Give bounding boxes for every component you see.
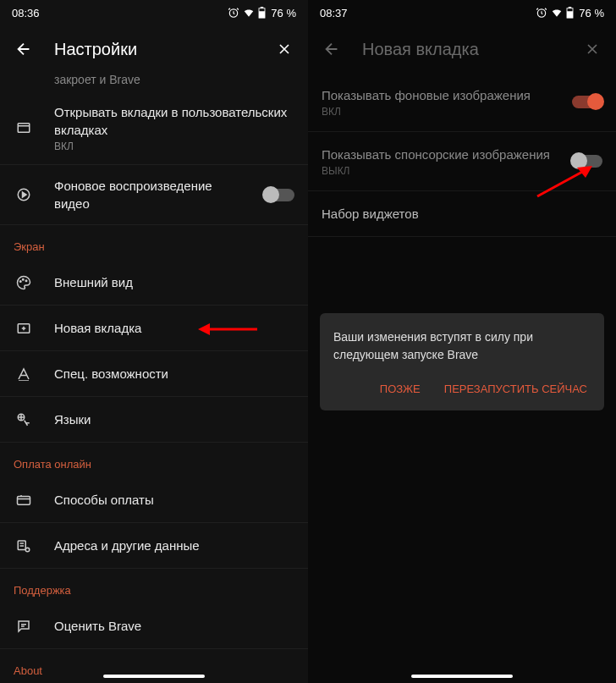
wifi-icon [243, 7, 255, 19]
nav-handle[interactable] [411, 675, 513, 678]
row-label: Фоновое воспроизведение видео [54, 177, 244, 212]
phone-right: 08:37 76 % Новая вкладка Показывать фоно… [308, 0, 616, 683]
section-about: About [0, 649, 308, 683]
section-screen: Экран [0, 225, 308, 260]
row-label: Адреса и другие данные [54, 537, 294, 554]
close-button[interactable] [274, 39, 294, 59]
row-label: Показывать фоновые изображения [322, 86, 552, 104]
truncated-text: закроет и Brave [0, 73, 308, 91]
new-tab-settings: Показывать фоновые изображения ВКЛ Показ… [308, 73, 616, 683]
page-title: Настройки [54, 40, 254, 59]
page-title: Новая вкладка [362, 40, 562, 59]
row-label: Спец. возможности [54, 365, 294, 383]
status-icons [536, 7, 574, 19]
status-icons [228, 7, 266, 19]
section-payment: Оплата онлайн [0, 443, 308, 477]
card-icon [14, 493, 34, 508]
nav-handle[interactable] [103, 675, 205, 678]
dialog-actions: ПОЗЖЕ ПЕРЕЗАПУСТИТЬ СЕЙЧАС [333, 376, 591, 402]
status-right: 76 % [536, 7, 604, 19]
row-payment-methods[interactable]: Способы оплаты [0, 477, 308, 523]
restart-button[interactable]: ПЕРЕЗАПУСТИТЬ СЕЙЧАС [441, 376, 591, 402]
palette-icon [14, 275, 34, 290]
back-button[interactable] [322, 39, 342, 59]
close-icon [276, 41, 293, 58]
row-label: Способы оплаты [54, 491, 294, 509]
toggle-bg-video[interactable] [264, 189, 294, 201]
row-new-tab[interactable]: Новая вкладка [0, 306, 308, 351]
status-battery: 76 % [579, 7, 604, 19]
row-bg-video[interactable]: Фоновое воспроизведение видео [0, 165, 308, 225]
status-time: 08:37 [320, 7, 348, 19]
row-sponsor-images[interactable]: Показывать спонсорские изображения ВЫКЛ [308, 132, 616, 191]
phone-left: 08:36 76 % Настройки закроет и Brave Отк… [0, 0, 308, 683]
row-label: Языки [54, 410, 294, 428]
restart-dialog: Ваши изменения вступят в силу при следую… [320, 313, 604, 410]
status-bar: 08:37 76 % [308, 0, 616, 25]
tabs-icon [14, 120, 34, 135]
row-widgets[interactable]: Набор виджетов [308, 191, 616, 237]
language-icon [14, 412, 34, 427]
row-label: Показывать спонсорские изображения [322, 146, 552, 163]
battery-icon [566, 7, 574, 19]
row-label: Новая вкладка [54, 319, 294, 337]
row-bg-images[interactable]: Показывать фоновые изображения ВКЛ [308, 73, 616, 132]
address-icon [14, 538, 34, 554]
status-time: 08:36 [12, 7, 40, 19]
row-accessibility[interactable]: Спец. возможности [0, 351, 308, 397]
alarm-icon [536, 7, 547, 19]
accessibility-icon [14, 366, 34, 382]
close-icon [584, 41, 601, 58]
svg-rect-17 [569, 7, 572, 8]
section-support: Поддержка [0, 569, 308, 603]
header: Настройки [0, 25, 308, 73]
row-sub: ВЫКЛ [322, 165, 552, 177]
settings-list[interactable]: закроет и Brave Открывать вкладки в поль… [0, 73, 308, 683]
row-addresses[interactable]: Адреса и другие данные [0, 523, 308, 569]
row-label: Набор виджетов [322, 205, 602, 223]
row-label: Внешний вид [54, 273, 294, 291]
play-icon [14, 187, 34, 202]
chat-icon [14, 619, 34, 634]
row-label: Открывать вкладки в пользовательских вкл… [54, 103, 294, 139]
svg-point-7 [23, 278, 25, 280]
toggle-bg-images[interactable] [572, 96, 602, 108]
battery-icon [258, 7, 266, 19]
svg-rect-3 [261, 7, 264, 8]
alarm-icon [228, 7, 239, 19]
row-sub: ВКЛ [54, 140, 294, 152]
svg-point-13 [25, 548, 30, 552]
svg-point-8 [25, 280, 27, 282]
wifi-icon [551, 7, 563, 19]
svg-rect-2 [259, 11, 265, 18]
later-button[interactable]: ПОЗЖЕ [377, 376, 424, 402]
dialog-message: Ваши изменения вступят в силу при следую… [333, 328, 591, 364]
toggle-sponsor[interactable] [572, 155, 602, 168]
back-button[interactable] [14, 39, 34, 59]
svg-rect-16 [567, 11, 573, 18]
row-custom-tabs[interactable]: Открывать вкладки в пользовательских вкл… [0, 91, 308, 165]
svg-rect-11 [18, 496, 30, 504]
svg-point-6 [20, 280, 22, 282]
svg-rect-4 [18, 124, 30, 133]
row-rate[interactable]: Оценить Brave [0, 603, 308, 649]
row-languages[interactable]: Языки [0, 397, 308, 443]
row-label: Оценить Brave [54, 617, 294, 635]
arrow-back-icon [14, 40, 33, 58]
close-button[interactable] [582, 39, 602, 59]
new-tab-icon [14, 321, 34, 336]
header: Новая вкладка [308, 25, 616, 73]
status-right: 76 % [228, 7, 296, 19]
arrow-back-icon [322, 40, 341, 58]
row-sub: ВКЛ [322, 106, 552, 118]
status-bar: 08:36 76 % [0, 0, 308, 25]
row-appearance[interactable]: Внешний вид [0, 260, 308, 306]
status-battery: 76 % [271, 7, 296, 19]
